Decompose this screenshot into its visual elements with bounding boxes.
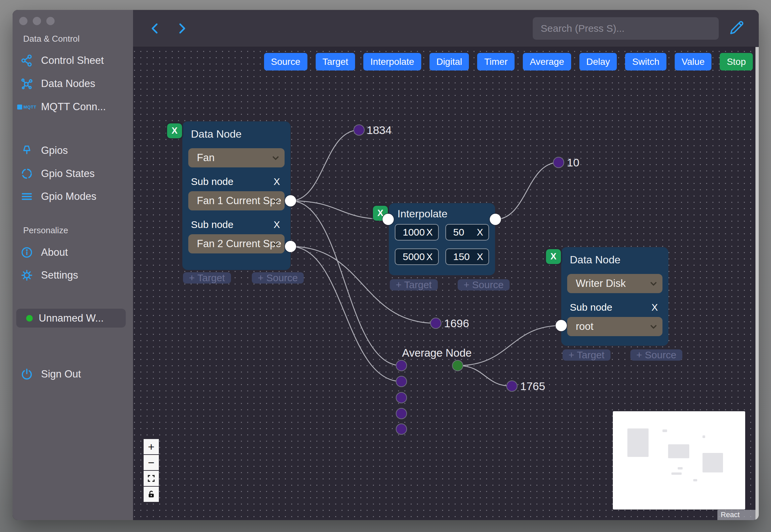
sidebar-item-data-nodes[interactable]: Data Nodes <box>20 76 95 92</box>
mqtt-icon: MQTT <box>20 100 34 114</box>
add-switch-node-button[interactable]: Switch <box>625 53 666 70</box>
power-icon <box>20 367 34 381</box>
edge-fan2-to-average <box>291 246 401 381</box>
search-input[interactable] <box>533 17 719 40</box>
value: 1000 <box>403 227 425 238</box>
interpolate-input-y1[interactable]: 50 X <box>445 224 489 241</box>
sidebar-item-label: Settings <box>41 269 78 281</box>
sidebar-item-about[interactable]: About <box>20 244 68 260</box>
add-value-node-button[interactable]: Value <box>675 53 712 70</box>
interpolate-node[interactable]: Interpolate 1000 X 50 X 5000 X 150 X <box>389 203 495 275</box>
zoom-out-button[interactable]: − <box>144 455 159 470</box>
vertical-scrollbar[interactable] <box>755 47 759 520</box>
sidebar-item-gpio-modes[interactable]: Gpio Modes <box>20 189 96 204</box>
average-target-handle-2[interactable] <box>396 376 407 387</box>
back-button[interactable] <box>148 21 163 36</box>
data-node-writer-disk[interactable]: Data Node Writer Disk Sub node X root <box>561 247 668 346</box>
device-select-fan[interactable]: Fan <box>188 148 285 167</box>
sidebar-item-label: MQTT Conn... <box>41 101 106 113</box>
sidebar-item-gpios[interactable]: Gpios <box>20 143 68 158</box>
average-source-handle[interactable] <box>452 360 463 371</box>
close-window-button[interactable] <box>19 17 27 25</box>
add-target-handle-button[interactable]: + Target <box>563 349 611 361</box>
delete-node-button[interactable]: X <box>546 249 561 264</box>
lock-toggle-button[interactable] <box>144 487 159 502</box>
forward-button[interactable] <box>174 21 189 36</box>
add-source-node-button[interactable]: Source <box>264 53 307 70</box>
remove-sub-node-button[interactable]: X <box>652 302 658 313</box>
sidebar-item-label: Gpios <box>41 145 68 156</box>
add-target-node-button[interactable]: Target <box>316 53 355 70</box>
chevron-down-icon <box>272 154 279 160</box>
clear-value-button[interactable]: X <box>426 227 432 238</box>
gear-icon <box>20 268 34 282</box>
minimize-window-button[interactable] <box>33 17 41 25</box>
value-endpoint-1696[interactable] <box>430 318 441 329</box>
data-node-fan[interactable]: Data Node Fan Sub node X Fan 1 Current S… <box>182 121 291 270</box>
source-handle-fan1[interactable] <box>285 195 296 206</box>
zoom-window-button[interactable] <box>46 17 55 25</box>
fit-view-button[interactable] <box>144 471 159 486</box>
add-source-handle-button[interactable]: + Source <box>458 279 510 290</box>
sidebar-item-sign-out[interactable]: Sign Out <box>20 366 81 382</box>
sidebar-item-control-sheet[interactable]: Control Sheet <box>20 53 104 68</box>
add-target-handle-button[interactable]: + Target <box>183 272 231 284</box>
clear-value-button[interactable]: X <box>477 251 483 262</box>
list-lines-icon <box>20 190 34 203</box>
sidebar-item-settings[interactable]: Settings <box>20 267 78 283</box>
stop-button[interactable]: Stop <box>720 53 753 70</box>
interpolate-input-x2[interactable]: 5000 X <box>395 248 439 265</box>
clear-value-button[interactable]: X <box>426 251 432 262</box>
dashed-circle-icon <box>20 167 34 181</box>
sub-node-select-root[interactable]: root <box>567 317 662 336</box>
average-target-handle-5[interactable] <box>396 423 407 435</box>
topbar <box>133 10 759 47</box>
interpolate-input-x1[interactable]: 1000 X <box>395 224 439 241</box>
add-digital-node-button[interactable]: Digital <box>430 53 469 70</box>
flow-canvas[interactable]: Source Target Interpolate Digital Timer … <box>133 47 759 520</box>
add-source-handle-button[interactable]: + Source <box>252 272 304 284</box>
value-endpoint-1834[interactable] <box>353 124 365 136</box>
target-handle-writer-disk[interactable] <box>556 320 567 331</box>
source-handle-interpolate[interactable] <box>490 214 501 225</box>
average-target-handle-1[interactable] <box>396 360 407 371</box>
sub-node-label: Sub node <box>191 219 233 230</box>
minimap-label-10 <box>703 435 705 438</box>
clear-value-button[interactable]: X <box>477 227 483 238</box>
workspace-label: Unnamed W... <box>39 312 104 324</box>
sidebar-item-label: Gpio Modes <box>41 191 96 202</box>
sub-node-select-fan2[interactable]: Fan 2 Current Spe <box>188 234 285 253</box>
edit-pencil-icon[interactable] <box>728 19 745 36</box>
average-target-handle-4[interactable] <box>396 408 407 419</box>
add-source-handle-button[interactable]: + Source <box>630 349 682 361</box>
value-endpoint-1765[interactable] <box>506 380 518 392</box>
add-average-node-button[interactable]: Average <box>523 53 571 70</box>
add-interpolate-node-button[interactable]: Interpolate <box>363 53 421 70</box>
value-endpoint-10[interactable] <box>553 157 564 168</box>
canvas-controls: + − <box>144 439 159 502</box>
node-title: Interpolate <box>397 208 489 220</box>
source-handle-fan2[interactable] <box>285 241 296 252</box>
average-target-handle-3[interactable] <box>396 392 407 403</box>
sidebar-item-label: About <box>41 246 68 258</box>
sidebar-item-mqtt-connections[interactable]: MQTT MQTT Conn... <box>20 99 106 115</box>
edge-interpolate-to-10 <box>495 162 559 219</box>
target-handle-interpolate[interactable] <box>383 214 394 225</box>
react-flow-attribution: React Flow <box>717 510 759 520</box>
delete-node-button[interactable]: X <box>167 123 182 138</box>
add-timer-node-button[interactable]: Timer <box>477 53 515 70</box>
sub-node-select-fan1[interactable]: Fan 1 Current Spe <box>188 191 285 210</box>
value-label: 1696 <box>444 317 469 330</box>
sidebar-item-gpio-states[interactable]: Gpio States <box>20 166 95 182</box>
add-delay-node-button[interactable]: Delay <box>579 53 617 70</box>
minimap-node-average <box>671 472 682 475</box>
sidebar-item-workspace-unnamed[interactable]: Unnamed W... <box>16 309 126 328</box>
remove-sub-node-button[interactable]: X <box>274 176 280 187</box>
zoom-in-button[interactable]: + <box>144 439 159 454</box>
minimap[interactable] <box>613 411 745 510</box>
add-target-handle-button[interactable]: + Target <box>390 279 438 290</box>
remove-sub-node-button[interactable]: X <box>274 219 280 230</box>
device-select-writer-disk[interactable]: Writer Disk <box>567 274 662 293</box>
interpolate-input-y2[interactable]: 150 X <box>445 248 489 265</box>
minimap-label-1765 <box>693 479 697 481</box>
